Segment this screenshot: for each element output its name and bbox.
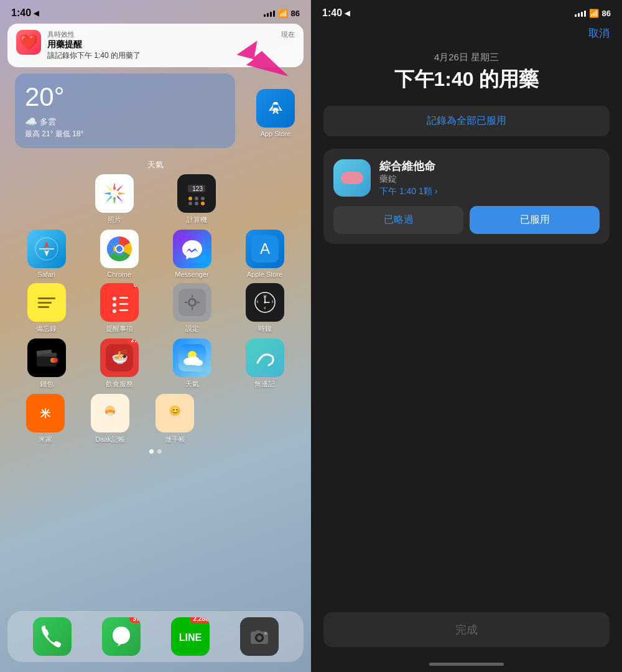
app-label-weather-app: 天氣 — [185, 380, 199, 389]
app-item-messenger[interactable]: Messenger — [164, 230, 220, 278]
app-label-apple-store: Apple Store — [247, 271, 282, 278]
app-item-food[interactable]: 🍜 27 飲食服務 — [91, 338, 147, 389]
app-icon-freeform — [246, 338, 284, 377]
app-item-reminders[interactable]: 6 提醒事項 — [91, 283, 147, 334]
dock-line-icon: LINE 2,280 — [171, 617, 210, 656]
app-icon-wallet — [27, 338, 66, 377]
dock-messages[interactable]: 37 — [93, 617, 149, 656]
notif-app-icon: ❤️ — [16, 30, 41, 55]
skip-button[interactable]: 已略過 — [333, 206, 463, 234]
reminders-badge: 6 — [130, 283, 139, 289]
messages-badge: 37 — [129, 617, 140, 623]
svg-text:9: 9 — [256, 300, 258, 304]
app-item-chrome[interactable]: Chrome — [91, 230, 147, 278]
svg-rect-33 — [119, 303, 128, 305]
app-item-wallet[interactable]: 錢包 — [19, 338, 75, 389]
svg-rect-29 — [106, 289, 133, 316]
app-item-calculator[interactable]: 123 計算機 — [169, 174, 225, 225]
svg-rect-35 — [119, 309, 128, 311]
svg-point-47 — [264, 302, 266, 304]
app-label-photos: 照片 — [108, 215, 121, 225]
app-item-safari[interactable]: Safari — [19, 230, 75, 278]
notif-body: 該記錄你下午 1:40 的用藥了 — [47, 50, 295, 61]
time-left: 1:40 — [11, 7, 31, 19]
svg-text:米: 米 — [40, 408, 51, 419]
app-label-freeform: 無邊記 — [254, 380, 275, 389]
weather-range: 最高 21° 最低 18° — [25, 129, 225, 139]
dock-line[interactable]: LINE 2,280 — [162, 617, 218, 656]
app-label-wallet: 錢包 — [40, 380, 53, 389]
med-schedule[interactable]: 下午 1:40 1顆 › — [379, 186, 600, 197]
taken-button[interactable]: 已服用 — [470, 206, 600, 234]
location-icon-left: ◀ — [34, 9, 39, 17]
pill-shape — [341, 172, 363, 184]
app-item-settings[interactable]: 設定 — [164, 283, 220, 334]
app-label-notes: 備忘錄 — [36, 324, 57, 334]
app-icon-clock: 12 3 6 9 — [246, 283, 284, 322]
svg-text:LINE: LINE — [179, 632, 202, 643]
done-button[interactable]: 完成 — [323, 612, 610, 647]
app-icon-weather-app — [173, 338, 211, 377]
app-label-safari: Safari — [37, 271, 55, 278]
app-label-clock: 時鐘 — [258, 324, 272, 334]
svg-text:A: A — [272, 106, 279, 116]
svg-text:3: 3 — [271, 300, 273, 304]
weather-condition: 多雲 — [40, 116, 56, 128]
app-item-weather-app[interactable]: 天氣 — [164, 338, 220, 389]
app-item-mijia[interactable]: 米 米家 — [17, 394, 73, 444]
record-all-button[interactable]: 記錄為全部已服用 — [323, 106, 610, 136]
notif-content: 具時效性 用藥提醒 該記錄你下午 1:40 的用藥了 — [47, 30, 295, 61]
app-icon-messenger — [173, 230, 211, 268]
svg-rect-80 — [256, 630, 261, 633]
svg-point-81 — [264, 632, 267, 635]
app-item-mini[interactable]: 😊 微手帳 — [147, 394, 203, 444]
app-item-notes[interactable]: 備忘錄 — [19, 283, 75, 334]
med-title: 下午1:40 的用藥 — [323, 67, 610, 91]
app-icon-mini: 😊 — [156, 394, 194, 432]
svg-rect-31 — [119, 297, 128, 299]
app-label-food: 飲食服務 — [106, 380, 133, 389]
time-right: 1:40 — [322, 7, 342, 19]
app-item-clock[interactable]: 12 3 6 9 時鐘 — [237, 283, 293, 334]
svg-point-34 — [113, 309, 116, 313]
svg-text:😊: 😊 — [170, 406, 181, 416]
app-row-2: 照片 123 計算機 — [0, 174, 311, 225]
svg-point-10 — [188, 202, 192, 205]
app-item-appstore-top[interactable]: A App Store — [248, 89, 304, 138]
battery-left: 86 — [291, 9, 300, 18]
wifi-icon-right: 📶 — [589, 9, 599, 18]
app-item-freeform[interactable]: 無邊記 — [237, 338, 293, 389]
med-type: 藥錠 — [379, 174, 600, 185]
app-item-photos[interactable]: 照片 — [86, 174, 142, 225]
svg-text:🐣: 🐣 — [106, 408, 114, 416]
app-item-daak[interactable]: 🐣 Daak記帳 — [82, 394, 138, 444]
right-panel: 1:40 ◀ 📶 86 取消 4月26日 星期三 下午1:40 的用藥 記錄為全… — [311, 0, 622, 672]
dock-phone[interactable] — [24, 617, 80, 656]
dock-phone-icon — [33, 617, 72, 656]
food-badge: 27 — [128, 338, 138, 344]
med-icon — [333, 159, 371, 197]
wifi-icon-left: 📶 — [278, 9, 288, 18]
location-icon-right: ◀ — [345, 9, 350, 17]
app-icon-mijia: 米 — [26, 394, 65, 432]
svg-rect-28 — [38, 306, 49, 308]
notif-title: 用藥提醒 — [47, 39, 295, 50]
weather-widget[interactable]: 20° ☁️ 多雲 最高 21° 最低 18° — [15, 73, 235, 148]
app-row-6: 米 米家 🐣 Daak記帳 — [0, 394, 311, 444]
svg-text:6: 6 — [264, 306, 266, 310]
app-row-5: 錢包 🍜 27 飲食服務 — [0, 338, 311, 389]
svg-point-9 — [201, 197, 205, 200]
weather-label: 天氣 — [0, 159, 311, 170]
svg-point-3 — [111, 190, 118, 197]
notification-banner[interactable]: ❤️ 具時效性 用藥提醒 該記錄你下午 1:40 的用藥了 現在 — [7, 24, 304, 67]
cancel-button[interactable]: 取消 — [588, 26, 610, 40]
app-label-reminders: 提醒事項 — [106, 324, 133, 334]
app-icon-chrome — [100, 230, 139, 268]
svg-point-38 — [190, 300, 195, 305]
app-row-4: 備忘錄 6 提醒事項 — [0, 283, 311, 334]
app-item-apple-store[interactable]: A Apple Store — [237, 230, 293, 278]
dock-camera-icon — [240, 617, 279, 656]
svg-point-60 — [194, 360, 203, 366]
med-name: 綜合維他命 — [379, 159, 600, 174]
dock-camera[interactable] — [231, 617, 287, 656]
